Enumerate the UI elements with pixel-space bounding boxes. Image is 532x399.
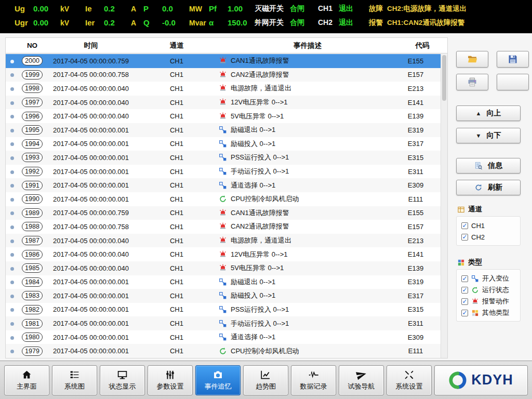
info-button[interactable]: 信息 [456,158,521,174]
nav-home-button[interactable]: 主界面 [4,365,49,395]
checkbox-item-CH2[interactable]: ✓CH2 [457,232,520,242]
metric-value: -0.0 [162,18,189,27]
open-button[interactable] [456,51,488,68]
table-row[interactable]: 19862017-04-05 00:00:00.040CH112V电压异常 0-… [6,247,441,261]
channel-status: CH1退出 [318,4,369,14]
nav-wave-button[interactable]: 数据记录 [291,365,336,395]
row-channel: CH1 [136,57,218,65]
row-channel: CH1 [136,181,218,189]
nav-monitor-button[interactable]: 状态显示 [100,365,145,395]
table-row[interactable]: 19892017-04-05 00:00:00.759CH1CAN1通讯故障报警… [6,206,441,220]
checkbox-item-运行状态[interactable]: ✓运行状态 [457,285,520,295]
row-description: 电源故障，通道退出 [218,84,391,93]
metric-value: 0.2 [104,4,131,13]
row-channel: CH1 [136,168,218,176]
row-code: E111 [391,347,441,355]
print-button[interactable] [456,74,488,90]
row-time: 2017-04-05 00:00:00.001 [46,292,136,300]
nav-params-button[interactable]: 参数设置 [148,365,193,395]
nav-sys-button[interactable]: 系统图 [52,365,97,395]
checkbox[interactable]: ✓ [461,287,468,294]
nav-camera-button[interactable]: 事件追忆 [195,365,241,395]
table-row[interactable]: 19832017-04-05 00:00:00.001CH1励磁投入 0-->1… [6,289,441,303]
table-row[interactable]: 19822017-04-05 00:00:00.001CH1PSS运行投入 0-… [6,303,441,317]
metric-α: α150.0° [209,18,255,28]
row-code: E155 [391,57,441,65]
checkbox[interactable]: ✓ [461,275,468,282]
row-bullet-icon [6,71,18,78]
table-row[interactable]: 19932017-04-05 00:00:00.001CH1PSS运行投入 0-… [6,151,441,165]
row-channel: CH1 [136,264,218,272]
wave-icon [308,369,319,380]
alert-message: 报警CH1:CAN2通讯故障报警 [369,18,471,28]
checkbox-item-报警动作[interactable]: ✓报警动作 [457,296,520,307]
checkbox-item-CH1[interactable]: ✓CH1 [457,220,520,231]
row-time: 2017-04-05 00:00:00.001 [46,181,136,189]
table-row[interactable]: 19902017-04-05 00:00:00.001CH1CPU控制冷却风机启… [6,192,441,206]
row-code: E315 [391,305,441,313]
row-time: 2017-04-05 00:00:00.040 [46,85,136,92]
checkbox[interactable]: ✓ [461,298,468,305]
table-row[interactable]: 19962017-04-05 00:00:00.040CH15V电压异常 0--… [6,109,441,123]
channel-group-box: ✓CH1✓CH2 [456,216,521,246]
row-no: 1989 [18,208,46,218]
row-description: 通道选择 0-->1 [218,181,391,190]
table-row[interactable]: 19952017-04-05 00:00:00.001CH1励磁退出 0-->1… [6,123,441,137]
vertical-scrollbar[interactable] [441,54,447,358]
channel-group-title: 通道 [457,205,482,214]
row-code: E311 [391,320,441,327]
metric-label: Ie [85,4,104,13]
checkbox-label: CH2 [471,233,485,241]
table-row[interactable]: 19882017-04-05 00:00:00.758CH1CAN2通讯故障报警… [6,220,441,234]
metric-unit: kV [60,19,69,27]
nav-plane-button[interactable]: 试验导航 [339,365,384,395]
table-row[interactable]: 19912017-04-05 00:00:00.001CH1通道选择 0-->1… [6,178,441,192]
checkbox-label: 报警动作 [482,297,509,306]
save-button[interactable] [497,51,529,68]
row-channel: CH1 [136,278,218,286]
event-table-body: 20002017-04-05 00:00:00.759CH1CAN1通讯故障报警… [6,54,441,358]
metric-label: Ier [85,18,104,27]
row-code: E157 [391,223,441,231]
up-button[interactable]: ▲ 向上 [456,105,521,121]
nav-button-label: 系统设置 [396,382,423,391]
down-button[interactable]: ▼ 向下 [456,128,521,143]
table-row[interactable]: 19922017-04-05 00:00:00.001CH1手动运行投入 0--… [6,165,441,179]
row-code: E213 [391,237,441,245]
checkbox-item-其他类型[interactable]: ✓其他类型 [457,308,520,318]
table-row[interactable]: 19982017-04-05 00:00:00.040CH1电源故障，通道退出E… [6,82,441,96]
row-no: 1984 [18,277,46,287]
table-row[interactable]: 19812017-04-05 00:00:00.001CH1手动运行投入 0--… [6,316,441,330]
alarm-event-icon [219,222,227,231]
refresh-button[interactable]: 刷新 [456,180,521,195]
table-row[interactable]: 19942017-04-05 00:00:00.001CH1励磁投入 0-->1… [6,137,441,151]
row-time: 2017-04-05 00:00:00.001 [46,278,136,286]
table-row[interactable]: 19792017-04-05 00:00:00.001CH1CPU控制冷却风机启… [6,344,441,358]
blank-button[interactable] [497,74,529,90]
row-time: 2017-04-05 00:00:00.001 [46,347,136,355]
breaker-status: 并网开关合闸 [255,18,318,28]
scrollbar-thumb[interactable] [442,55,446,101]
table-row[interactable]: 19972017-04-05 00:00:00.040CH112V电压异常 0-… [6,96,441,110]
row-code: E311 [391,168,441,176]
checkbox[interactable]: ✓ [461,234,468,241]
row-channel: CH1 [136,112,218,120]
checkbox-label: CH1 [471,222,485,230]
nav-tools-button[interactable]: 系统设置 [387,365,432,395]
row-time: 2017-04-05 00:00:00.001 [46,154,136,162]
table-row[interactable]: 19872017-04-05 00:00:00.040CH1电源故障，通道退出E… [6,234,441,248]
row-code: E317 [391,292,441,300]
checkbox[interactable]: ✓ [461,310,468,316]
row-bullet-icon [6,305,18,313]
table-row[interactable]: 20002017-04-05 00:00:00.759CH1CAN1通讯故障报警… [6,54,441,68]
checkbox[interactable]: ✓ [461,222,468,229]
nav-trend-button[interactable]: 趋势图 [243,365,288,395]
table-row[interactable]: 19992017-04-05 00:00:00.758CH1CAN2通讯故障报警… [6,68,441,82]
nav-button-label: 参数设置 [157,382,184,391]
table-row[interactable]: 19852017-04-05 00:00:00.040CH15V电压异常 0--… [6,261,441,275]
row-code: E111 [391,195,441,203]
table-row[interactable]: 19802017-04-05 00:00:00.001CH1通道选择 0-->1… [6,330,441,344]
table-row[interactable]: 19842017-04-05 00:00:00.001CH1励磁退出 0-->1… [6,275,441,289]
row-code: E141 [391,250,441,258]
checkbox-item-开入变位[interactable]: ✓开入变位 [457,273,520,284]
